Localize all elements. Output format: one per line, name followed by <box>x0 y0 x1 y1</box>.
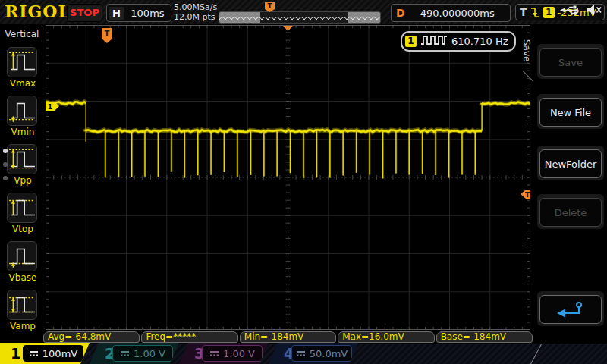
oscilloscope-screen: RIGOL STOP H 100ms 5.00MSa/s 12.0M pts T… <box>0 0 607 364</box>
vmax-icon <box>7 47 37 77</box>
svg-text:1: 1 <box>48 103 52 111</box>
measurement-readout: Base=-184mV <box>436 331 533 343</box>
waveform-display: T T 1 <box>46 25 530 330</box>
vbase-icon <box>7 241 37 271</box>
usb-icon <box>560 3 580 20</box>
left-menu-item-vpp[interactable]: Vpp <box>7 144 39 186</box>
delay-value: 490.000000ms <box>405 8 510 19</box>
page-dot <box>3 149 8 153</box>
channel-status-4[interactable]: 4 50.0mV <box>269 343 358 364</box>
left-menu-item-vbase[interactable]: Vbase <box>7 241 39 283</box>
vtop-icon <box>7 193 37 223</box>
channel-scale: 50.0mV <box>310 348 348 359</box>
trigger-position-marker <box>283 26 293 31</box>
channel-badge: 1 <box>405 36 417 47</box>
left-menu-item-vtop[interactable]: Vtop <box>7 193 39 234</box>
trigger-source-badge: 1 <box>543 7 555 18</box>
channel-scale: 100mV <box>42 348 77 359</box>
vmin-icon <box>7 96 37 126</box>
left-menu-title: Vertical <box>0 29 44 39</box>
coupling-dc-icon <box>296 348 306 359</box>
memory-position-bar <box>219 11 381 24</box>
trigger-time-flag: T <box>102 28 112 43</box>
frequency-value: 610.710 Hz <box>451 36 508 47</box>
channel-scale: 1.00 V <box>134 348 165 359</box>
left-menu: Vertical Vmax Vmin Vpp Vtop Vbase Vamp <box>0 24 44 343</box>
delay-label: D <box>396 7 405 19</box>
page-dot <box>3 162 8 167</box>
right-menu-button-delete[interactable]: Delete <box>537 194 604 229</box>
brand-logo: RIGOL <box>5 2 71 21</box>
channel-scale: 1.00 V <box>223 348 255 359</box>
right-menu-separator <box>533 24 533 343</box>
trigger-label: T <box>520 6 527 18</box>
channel-status-2[interactable]: 2 1.00 V <box>90 343 179 364</box>
trigger-level-tag: T <box>521 190 530 199</box>
timebase-value: 100ms <box>124 8 171 19</box>
measurement-readout: Max=16.0mV <box>338 331 434 343</box>
coupling-dc-icon <box>120 348 130 359</box>
memory-waveform-icon <box>219 12 380 23</box>
menu-tab-label: Save <box>521 39 532 61</box>
measurement-readout: Freq=***** <box>141 331 237 343</box>
svg-text:T: T <box>105 30 110 38</box>
memory-depth: 12.0M pts <box>174 12 217 22</box>
channel-number: 1 <box>11 344 20 362</box>
return-arrow-icon <box>554 300 587 319</box>
right-menu-button-save[interactable]: Save <box>537 44 604 79</box>
sample-rate: 5.00MSa/s <box>174 2 217 12</box>
right-menu-button-new-file[interactable]: New File <box>537 94 604 129</box>
measurement-readout: Min=-184mV <box>240 331 336 343</box>
coupling-dc-icon <box>209 348 219 359</box>
frequency-counter: 1 610.710 Hz <box>401 31 516 52</box>
speaker-muted-icon <box>587 4 602 19</box>
svg-text:T: T <box>525 191 530 199</box>
timebase-box[interactable]: H 100ms <box>106 4 171 22</box>
page-dot <box>3 176 8 180</box>
left-menu-item-vmin[interactable]: Vmin <box>7 96 39 137</box>
left-menu-item-vmax[interactable]: Vmax <box>7 47 39 89</box>
falling-edge-icon <box>530 6 540 19</box>
delay-box: D 490.000000ms <box>391 4 511 22</box>
status-icons <box>560 3 602 20</box>
vamp-icon <box>7 290 37 320</box>
right-menu: Save New File NewFolder Delete <box>534 24 607 343</box>
right-menu-button-newfolder[interactable]: NewFolder <box>537 146 604 180</box>
vpp-icon <box>7 144 37 174</box>
acquisition-info: 5.00MSa/s 12.0M pts <box>174 2 217 22</box>
run-state-badge[interactable]: STOP <box>67 4 102 22</box>
left-menu-item-vamp[interactable]: Vamp <box>7 290 39 331</box>
timebase-label: H <box>109 7 124 20</box>
coupling-dc-icon <box>29 348 39 359</box>
measurement-bar: Avg=-64.8mVFreq=*****Min=-184mVMax=16.0m… <box>43 331 533 343</box>
square-wave-icon <box>420 34 448 49</box>
measurement-readout: Avg=-64.8mV <box>43 331 140 343</box>
channel-status-3[interactable]: 3 1.00 V <box>179 343 269 364</box>
right-menu-button-return[interactable] <box>537 291 604 326</box>
channel-status-1[interactable]: 1 100mV <box>0 343 90 364</box>
